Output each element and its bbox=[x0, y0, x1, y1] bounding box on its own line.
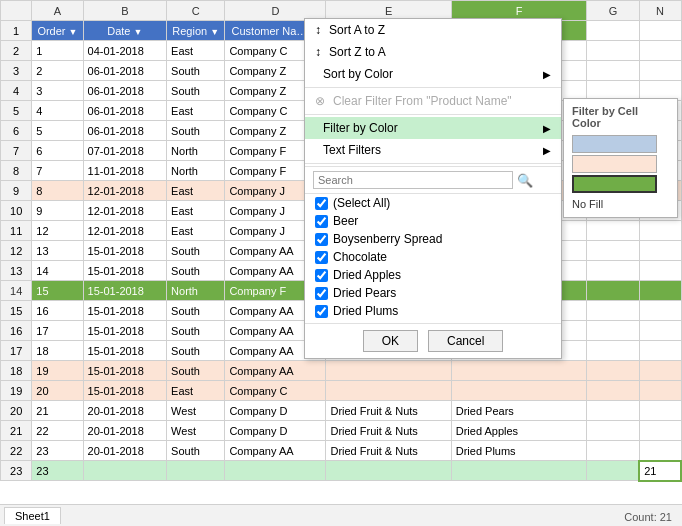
table-row-orange: 181915-01-2018SouthCompany AA bbox=[1, 361, 682, 381]
sort-az-label: Sort A to Z bbox=[329, 23, 385, 37]
count-label: Count: bbox=[624, 511, 659, 523]
clear-filter-icon: ⊗ bbox=[315, 94, 325, 108]
text-filters-arrow: ▶ bbox=[543, 145, 551, 156]
clear-filter-label: Clear Filter From "Product Name" bbox=[333, 94, 512, 108]
table-row-orange: 192015-01-2018EastCompany C bbox=[1, 381, 682, 401]
filter-by-color-item[interactable]: Filter by Color ▶ bbox=[305, 117, 561, 139]
color-swatch-blue[interactable] bbox=[572, 135, 657, 153]
bottom-bar: Sheet1 Count: 21 bbox=[0, 504, 682, 526]
ok-button[interactable]: OK bbox=[363, 330, 418, 352]
checklist-dried-plums[interactable]: Dried Plums bbox=[305, 302, 561, 320]
sort-za-icon: ↕ bbox=[315, 45, 321, 59]
checkbox-dried-apples[interactable] bbox=[315, 269, 328, 282]
checklist-label-dried-plums: Dried Plums bbox=[333, 304, 398, 318]
col-a-header[interactable]: A bbox=[32, 1, 83, 21]
checklist-select-all[interactable]: (Select All) bbox=[305, 194, 561, 212]
clear-filter-item[interactable]: ⊗ Clear Filter From "Product Name" bbox=[305, 90, 561, 112]
checklist[interactable]: (Select All) Beer Boysenberry Spread Cho… bbox=[305, 193, 561, 323]
color-swatch-orange[interactable] bbox=[572, 155, 657, 173]
checkbox-chocolate[interactable] bbox=[315, 251, 328, 264]
checklist-label-beer: Beer bbox=[333, 214, 358, 228]
filter-color-title: Filter by Cell Color bbox=[568, 103, 673, 133]
separator-3 bbox=[305, 163, 561, 164]
checklist-label-green-tea: Green Tea bbox=[333, 322, 389, 323]
sort-color-arrow: ▶ bbox=[543, 69, 551, 80]
table-row: 212220-01-2018WestCompany DDried Fruit &… bbox=[1, 421, 682, 441]
checkbox-green-tea[interactable] bbox=[315, 323, 328, 324]
sheet-tab[interactable]: Sheet1 bbox=[4, 507, 61, 524]
filter-color-panel: Filter by Cell Color No Fill bbox=[563, 98, 678, 218]
filter-by-color-label: Filter by Color bbox=[323, 121, 398, 135]
table-row: 222320-01-2018SouthCompany AADried Fruit… bbox=[1, 441, 682, 461]
search-icon[interactable]: 🔍 bbox=[517, 173, 533, 188]
sort-by-color-item[interactable]: Sort by Color ▶ bbox=[305, 63, 561, 85]
sort-za-item[interactable]: ↕ Sort Z to A bbox=[305, 41, 561, 63]
count-display: Count: 21 bbox=[624, 511, 672, 523]
corner-cell bbox=[1, 1, 32, 21]
col-n-empty bbox=[639, 21, 681, 41]
sort-az-icon: ↕ bbox=[315, 23, 321, 37]
checkbox-boysenberry[interactable] bbox=[315, 233, 328, 246]
checklist-beer[interactable]: Beer bbox=[305, 212, 561, 230]
checklist-label-boysenberry: Boysenberry Spread bbox=[333, 232, 442, 246]
table-row: 232321 bbox=[1, 461, 682, 481]
col-region-header[interactable]: Region ▼ bbox=[167, 21, 225, 41]
col-g-header[interactable]: G bbox=[587, 1, 639, 21]
checkbox-select-all[interactable] bbox=[315, 197, 328, 210]
col-order-header[interactable]: Order ▼ bbox=[32, 21, 83, 41]
filter-footer: OK Cancel bbox=[305, 323, 561, 358]
checkbox-dried-pears[interactable] bbox=[315, 287, 328, 300]
row-1-num: 1 bbox=[1, 21, 32, 41]
cancel-button[interactable]: Cancel bbox=[428, 330, 503, 352]
col-n-header[interactable]: N bbox=[639, 1, 681, 21]
col-g-empty bbox=[587, 21, 639, 41]
search-input[interactable] bbox=[313, 171, 513, 189]
count-value: 21 bbox=[660, 511, 672, 523]
checklist-boysenberry[interactable]: Boysenberry Spread bbox=[305, 230, 561, 248]
sort-by-color-label: Sort by Color bbox=[323, 67, 393, 81]
sort-az-item[interactable]: ↕ Sort A to Z bbox=[305, 19, 561, 41]
col-c-header[interactable]: C bbox=[167, 1, 225, 21]
text-filters-item[interactable]: Text Filters ▶ bbox=[305, 139, 561, 161]
checklist-label-chocolate: Chocolate bbox=[333, 250, 387, 264]
color-swatch-green[interactable] bbox=[572, 175, 657, 193]
separator-2 bbox=[305, 114, 561, 115]
checkbox-beer[interactable] bbox=[315, 215, 328, 228]
checklist-label-dried-apples: Dried Apples bbox=[333, 268, 401, 282]
separator-1 bbox=[305, 87, 561, 88]
checklist-dried-apples[interactable]: Dried Apples bbox=[305, 266, 561, 284]
checkbox-dried-plums[interactable] bbox=[315, 305, 328, 318]
checklist-label-select-all: (Select All) bbox=[333, 196, 390, 210]
search-row: 🔍 bbox=[305, 166, 561, 193]
col-date-header[interactable]: Date ▼ bbox=[83, 21, 167, 41]
checklist-chocolate[interactable]: Chocolate bbox=[305, 248, 561, 266]
table-row: 202120-01-2018WestCompany DDried Fruit &… bbox=[1, 401, 682, 421]
text-filters-label: Text Filters bbox=[323, 143, 381, 157]
no-fill-option[interactable]: No Fill bbox=[568, 195, 673, 213]
filter-color-arrow: ▶ bbox=[543, 123, 551, 134]
filter-dropdown: ↕ Sort A to Z ↕ Sort Z to A Sort by Colo… bbox=[304, 18, 562, 359]
checklist-dried-pears[interactable]: Dried Pears bbox=[305, 284, 561, 302]
col-b-header[interactable]: B bbox=[83, 1, 167, 21]
sort-za-label: Sort Z to A bbox=[329, 45, 386, 59]
checklist-label-dried-pears: Dried Pears bbox=[333, 286, 396, 300]
